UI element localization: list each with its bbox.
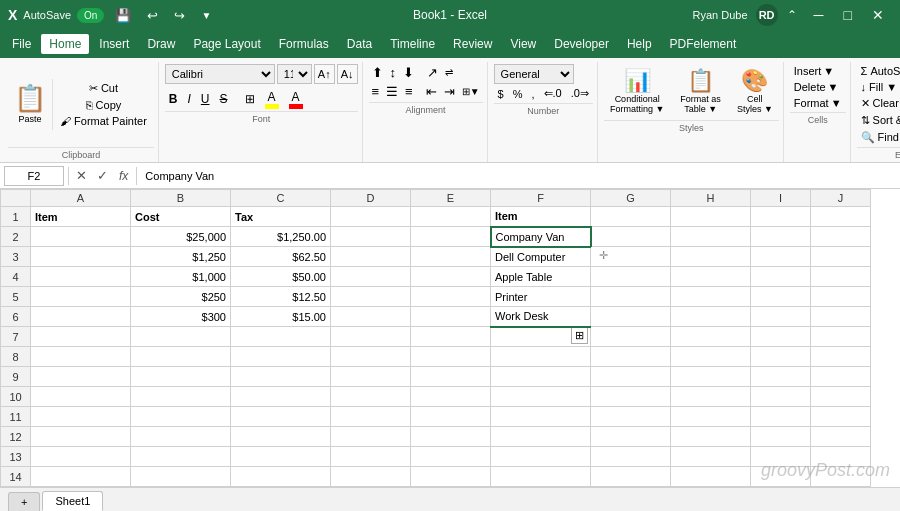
cell-g9[interactable] xyxy=(591,367,671,387)
cell-d1[interactable] xyxy=(331,207,411,227)
cell-i3[interactable] xyxy=(751,247,811,267)
align-middle-button[interactable]: ↕ xyxy=(387,64,400,81)
row-header-12[interactable]: 12 xyxy=(1,427,31,447)
cell-g3[interactable]: ✛ xyxy=(591,247,671,267)
cell-f11[interactable] xyxy=(491,407,591,427)
cell-g12[interactable] xyxy=(591,427,671,447)
cell-b12[interactable] xyxy=(131,427,231,447)
menu-item-data[interactable]: Data xyxy=(339,34,380,54)
cell-h10[interactable] xyxy=(671,387,751,407)
menu-item-developer[interactable]: Developer xyxy=(546,34,617,54)
cell-h5[interactable] xyxy=(671,287,751,307)
row-header-4[interactable]: 4 xyxy=(1,267,31,287)
menu-item-home[interactable]: Home xyxy=(41,34,89,54)
cell-d13[interactable] xyxy=(331,447,411,467)
col-header-g[interactable]: G xyxy=(591,190,671,207)
cell-i11[interactable] xyxy=(751,407,811,427)
cell-i14[interactable] xyxy=(751,467,811,487)
cell-c14[interactable] xyxy=(231,467,331,487)
formula-input[interactable] xyxy=(141,170,896,182)
cell-b3[interactable]: $1,250 xyxy=(131,247,231,267)
cell-f12[interactable] xyxy=(491,427,591,447)
cell-c5[interactable]: $12.50 xyxy=(231,287,331,307)
cell-e9[interactable] xyxy=(411,367,491,387)
cell-c13[interactable] xyxy=(231,447,331,467)
add-sheet-button[interactable]: + xyxy=(8,492,40,511)
cell-a12[interactable] xyxy=(31,427,131,447)
cell-h12[interactable] xyxy=(671,427,751,447)
menu-item-file[interactable]: File xyxy=(4,34,39,54)
cell-d12[interactable] xyxy=(331,427,411,447)
cell-i1[interactable] xyxy=(751,207,811,227)
cell-b1[interactable]: Cost xyxy=(131,207,231,227)
cut-button[interactable]: ✂ Cut xyxy=(57,81,150,96)
cell-h3[interactable] xyxy=(671,247,751,267)
menu-item-help[interactable]: Help xyxy=(619,34,660,54)
cell-g6[interactable] xyxy=(591,307,671,327)
decrease-indent-button[interactable]: ⇤ xyxy=(423,83,440,100)
currency-button[interactable]: $ xyxy=(494,86,508,101)
row-header-8[interactable]: 8 xyxy=(1,347,31,367)
cell-e3[interactable] xyxy=(411,247,491,267)
col-header-a[interactable]: A xyxy=(31,190,131,207)
cell-e1[interactable] xyxy=(411,207,491,227)
clear-button[interactable]: ✕ Clear ▼ xyxy=(857,96,900,111)
delete-button[interactable]: Delete ▼ xyxy=(790,80,846,94)
cell-c11[interactable] xyxy=(231,407,331,427)
cell-j6[interactable] xyxy=(811,307,871,327)
cell-b6[interactable]: $300 xyxy=(131,307,231,327)
increase-indent-button[interactable]: ⇥ xyxy=(441,83,458,100)
cell-a6[interactable] xyxy=(31,307,131,327)
menu-item-draw[interactable]: Draw xyxy=(139,34,183,54)
menu-item-page-layout[interactable]: Page Layout xyxy=(185,34,268,54)
row-header-11[interactable]: 11 xyxy=(1,407,31,427)
col-header-h[interactable]: H xyxy=(671,190,751,207)
cell-i5[interactable] xyxy=(751,287,811,307)
cell-e14[interactable] xyxy=(411,467,491,487)
cell-h7[interactable] xyxy=(671,327,751,347)
font-size-select[interactable]: 11 xyxy=(277,64,312,84)
col-header-d[interactable]: D xyxy=(331,190,411,207)
redo-button[interactable]: ↪ xyxy=(169,6,190,25)
cell-i6[interactable] xyxy=(751,307,811,327)
wrap-text-button[interactable]: ⇌ xyxy=(442,66,456,79)
confirm-formula-button[interactable]: ✓ xyxy=(94,168,111,183)
cell-d2[interactable] xyxy=(331,227,411,247)
row-header-10[interactable]: 10 xyxy=(1,387,31,407)
cell-e7[interactable] xyxy=(411,327,491,347)
cell-j12[interactable] xyxy=(811,427,871,447)
close-button[interactable]: ✕ xyxy=(864,5,892,25)
row-header-3[interactable]: 3 xyxy=(1,247,31,267)
col-header-b[interactable]: B xyxy=(131,190,231,207)
cell-h11[interactable] xyxy=(671,407,751,427)
col-header-f[interactable]: F xyxy=(491,190,591,207)
cell-f14[interactable] xyxy=(491,467,591,487)
cell-j8[interactable] xyxy=(811,347,871,367)
cell-f2[interactable]: Company Van xyxy=(491,227,591,247)
cell-a14[interactable] xyxy=(31,467,131,487)
cell-g5[interactable] xyxy=(591,287,671,307)
cell-f7[interactable]: ⊞ xyxy=(491,327,591,347)
format-as-table-button[interactable]: 📋 Format asTable ▼ xyxy=(674,64,727,118)
cell-e10[interactable] xyxy=(411,387,491,407)
cell-f1[interactable]: Item xyxy=(491,207,591,227)
fill-button[interactable]: ↓ Fill ▼ xyxy=(857,80,900,94)
row-header-13[interactable]: 13 xyxy=(1,447,31,467)
cell-h8[interactable] xyxy=(671,347,751,367)
italic-button[interactable]: I xyxy=(183,89,194,109)
insert-button[interactable]: Insert ▼ xyxy=(790,64,846,78)
cancel-formula-button[interactable]: ✕ xyxy=(73,168,90,183)
cell-e4[interactable] xyxy=(411,267,491,287)
autosave-toggle[interactable]: On xyxy=(77,8,104,23)
copy-button[interactable]: ⎘ Copy xyxy=(57,98,150,112)
cell-h6[interactable] xyxy=(671,307,751,327)
cell-f5[interactable]: Printer xyxy=(491,287,591,307)
maximize-button[interactable]: □ xyxy=(836,5,860,25)
menu-item-timeline[interactable]: Timeline xyxy=(382,34,443,54)
align-bottom-button[interactable]: ⬇ xyxy=(400,64,417,81)
cell-c12[interactable] xyxy=(231,427,331,447)
menu-item-insert[interactable]: Insert xyxy=(91,34,137,54)
cell-i7[interactable] xyxy=(751,327,811,347)
menu-item-view[interactable]: View xyxy=(502,34,544,54)
cell-b5[interactable]: $250 xyxy=(131,287,231,307)
